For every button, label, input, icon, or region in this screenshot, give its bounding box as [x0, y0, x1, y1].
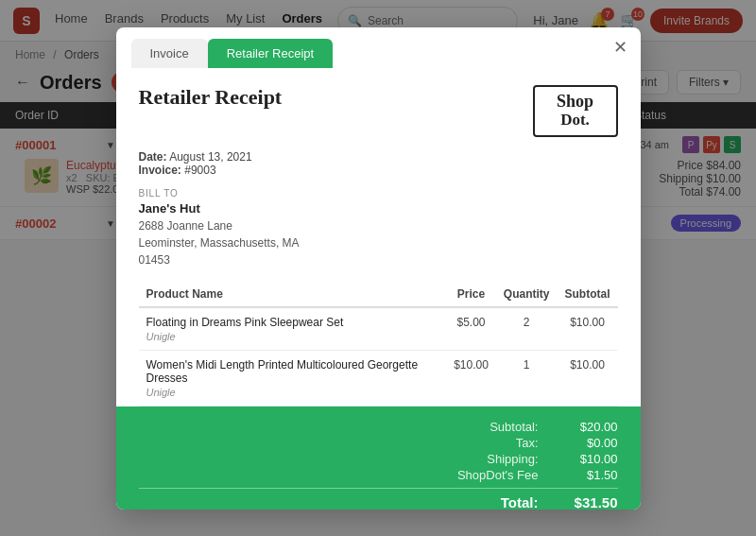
modal-tab-invoice[interactable]: Invoice — [131, 39, 208, 68]
bill-to-section: Bill To Jane's Hut 2688 Joanne Lane Leom… — [139, 188, 618, 268]
logo-dot-text: Dot. — [560, 112, 590, 130]
shipping-label: Shipping: — [139, 452, 539, 466]
modal-overlay[interactable]: ✕ Invoice Retailer Receipt Retailer Rece… — [0, 0, 756, 536]
bill-to-address: 2688 Joanne Lane Leominster, Massachuset… — [139, 217, 618, 268]
subtotal-label: Subtotal: — [139, 420, 539, 434]
receipt-logo: Shop Dot. — [533, 85, 618, 137]
shopdot-fee-label: ShopDot's Fee — [139, 468, 539, 482]
products-table: Product Name Price Quantity Subtotal Flo… — [139, 282, 618, 406]
product-1-name: Floating in Dreams Pink Sleepwear Set — [146, 316, 439, 329]
receipt-modal: ✕ Invoice Retailer Receipt Retailer Rece… — [116, 27, 641, 510]
bill-to-label: Bill To — [139, 188, 618, 199]
tax-label: Tax: — [139, 436, 539, 450]
product-1-qty: 2 — [496, 307, 558, 351]
subtotal-value: $20.00 — [561, 420, 618, 434]
total-label: Total: — [139, 494, 539, 510]
total-value: $31.50 — [561, 494, 618, 510]
shipping-value: $10.00 — [561, 452, 618, 466]
product-1-price: $5.00 — [446, 307, 496, 351]
modal-tab-retailer-receipt[interactable]: Retailer Receipt — [208, 39, 334, 68]
tax-value: $0.00 — [561, 436, 618, 450]
modal-tabs: Invoice Retailer Receipt — [116, 27, 641, 68]
table-row: Women's Midi Length Printed Multicoloure… — [139, 350, 618, 406]
receipt-content: Retailer Receipt Shop Dot. Date: August … — [116, 68, 641, 406]
col-header-product-name: Product Name — [139, 282, 447, 307]
product-2-qty: 1 — [496, 350, 558, 406]
col-header-quantity: Quantity — [496, 282, 558, 307]
shopdot-fee-value: $1.50 — [561, 468, 618, 482]
product-2-price: $10.00 — [446, 350, 496, 406]
product-2-brand: Unigle — [146, 387, 439, 398]
product-2-subtotal: $10.00 — [558, 350, 618, 406]
receipt-title: Retailer Receipt — [139, 85, 283, 110]
bill-to-company: Jane's Hut — [139, 201, 618, 216]
product-1-brand: Unigle — [146, 331, 439, 342]
product-2-name: Women's Midi Length Printed Multicoloure… — [146, 358, 439, 385]
modal-close-button[interactable]: ✕ — [613, 37, 627, 58]
col-header-subtotal: Subtotal — [558, 282, 618, 307]
logo-shop-text: Shop — [557, 93, 593, 112]
table-row: Floating in Dreams Pink Sleepwear Set Un… — [139, 307, 618, 351]
col-header-price: Price — [446, 282, 496, 307]
product-1-subtotal: $10.00 — [558, 307, 618, 351]
receipt-meta: Date: August 13, 2021 Invoice: #9003 — [139, 150, 618, 177]
receipt-totals-section: Subtotal: $20.00 Tax: $0.00 Shipping: $1… — [116, 406, 641, 510]
